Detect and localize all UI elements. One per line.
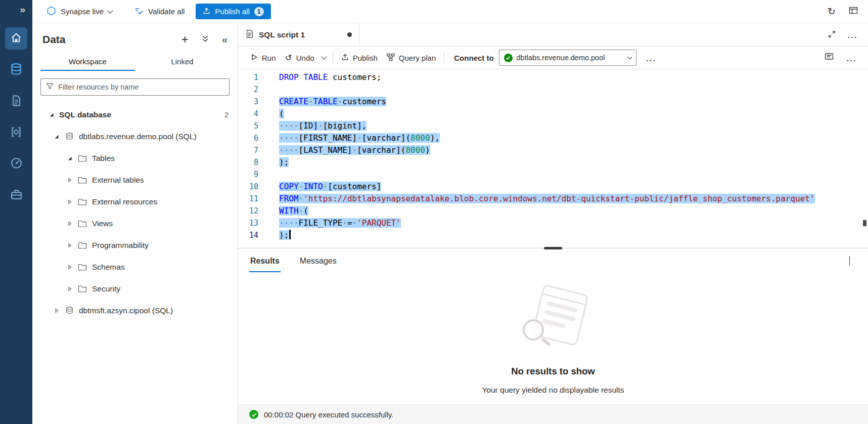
- line-number[interactable]: 14: [238, 229, 264, 241]
- view-settings-icon[interactable]: [825, 53, 834, 63]
- develop-hub-button[interactable]: [5, 90, 27, 112]
- table-properties-icon[interactable]: [849, 6, 858, 17]
- undo-button[interactable]: ↺ Undo: [281, 51, 319, 65]
- validate-all-button[interactable]: Validate all: [134, 7, 185, 17]
- play-icon: [251, 54, 258, 62]
- publish-all-label: Publish all: [215, 7, 249, 16]
- line-number[interactable]: 4: [238, 108, 264, 120]
- line-number[interactable]: 2: [238, 83, 264, 96]
- chevron-down-icon: [627, 54, 632, 59]
- tree-item[interactable]: SQL database2: [32, 104, 238, 125]
- upload-icon: [203, 7, 210, 16]
- code-lines[interactable]: DROP TABLE customers;CREATE·TABLE·custom…: [264, 69, 868, 248]
- workspace-mode-label: Synapse live: [61, 7, 104, 16]
- code-line[interactable]: );: [279, 229, 868, 241]
- tree-item-label: Tables: [92, 154, 115, 163]
- filter-resources-input[interactable]: [58, 83, 224, 91]
- expand-rail-icon[interactable]: »: [20, 3, 32, 18]
- editor-toolbar: Run ↺ Undo Publish Query plan: [238, 47, 868, 69]
- line-number[interactable]: 5: [238, 120, 264, 132]
- code-line[interactable]: ····[ID]·[bigint],: [279, 120, 868, 132]
- code-line[interactable]: DROP TABLE customers;: [279, 71, 868, 83]
- line-number[interactable]: 8: [238, 156, 264, 168]
- add-resource-button[interactable]: +: [181, 33, 189, 46]
- panel-resize-handle[interactable]: [544, 247, 562, 249]
- data-hub-button[interactable]: [5, 59, 27, 81]
- workspace-mode-selector[interactable]: Synapse live: [47, 6, 112, 17]
- line-number[interactable]: 12: [238, 205, 264, 217]
- expand-node-icon[interactable]: [66, 199, 74, 204]
- tree-item[interactable]: Programmability: [32, 234, 238, 256]
- work-area: SQL script 1 … Run ↺ Undo: [238, 23, 868, 424]
- line-number[interactable]: 1: [238, 71, 264, 83]
- expand-editor-icon[interactable]: [828, 30, 836, 39]
- code-line[interactable]: ····FILE_TYPE·=·'PARQUET': [279, 217, 868, 229]
- tree-item[interactable]: Schemas: [32, 256, 238, 278]
- undo-redo-dropdown[interactable]: [319, 54, 329, 62]
- code-line[interactable]: CREATE·TABLE·customers: [279, 96, 868, 108]
- tab-linked[interactable]: Linked: [135, 53, 230, 71]
- code-line[interactable]: FROM·'https://dbtlabsynapsedatalake.blob…: [279, 193, 868, 205]
- monitor-hub-button[interactable]: [5, 153, 27, 175]
- results-panel: Results Messages: [238, 248, 868, 404]
- line-number[interactable]: 6: [238, 132, 264, 144]
- line-number[interactable]: 10: [238, 181, 264, 193]
- line-number[interactable]: 7: [238, 144, 264, 156]
- tree-item[interactable]: Security: [32, 278, 238, 300]
- tree-item[interactable]: Tables: [32, 147, 238, 169]
- expand-node-icon[interactable]: [66, 221, 74, 226]
- publish-all-button[interactable]: Publish all 1: [196, 4, 270, 19]
- filter-resources-field[interactable]: [40, 78, 230, 96]
- collapse-node-icon[interactable]: [66, 156, 74, 161]
- tab-results[interactable]: Results: [249, 250, 281, 272]
- line-number[interactable]: 9: [238, 168, 264, 181]
- toolbar-more-icon[interactable]: …: [646, 56, 657, 60]
- expand-node-icon[interactable]: [66, 265, 74, 270]
- tree-item[interactable]: dbtmsft.azsyn.cipool (SQL): [32, 300, 238, 321]
- sql-code-editor[interactable]: 1234567891011121314 DROP TABLE customers…: [238, 69, 868, 248]
- toolbar-divider: [333, 52, 333, 63]
- home-hub-button[interactable]: [5, 27, 27, 50]
- more-options-icon[interactable]: …: [847, 32, 858, 36]
- line-number[interactable]: 11: [238, 193, 264, 205]
- expand-node-icon[interactable]: [66, 178, 74, 183]
- line-number[interactable]: 13: [238, 217, 264, 229]
- tab-sql-script-1[interactable]: SQL script 1: [238, 23, 359, 46]
- code-line[interactable]: ····[LAST_NAME]·[varchar](8000): [279, 144, 868, 156]
- code-line[interactable]: ····[FIRST_NAME]·[varchar](8000),: [279, 132, 868, 144]
- code-line[interactable]: COPY·INTO·[customers]: [279, 181, 868, 193]
- line-number[interactable]: 3: [238, 96, 264, 108]
- collapse-pane-icon[interactable]: «: [222, 34, 227, 45]
- empty-results-subtitle: Your query yielded no displayable result…: [482, 386, 624, 395]
- run-button[interactable]: Run: [246, 51, 281, 65]
- collapse-all-icon[interactable]: [202, 35, 209, 44]
- collapse-node-icon[interactable]: [48, 112, 56, 117]
- line-numbers[interactable]: 1234567891011121314: [238, 69, 264, 248]
- tab-workspace[interactable]: Workspace: [40, 53, 135, 71]
- tree-item[interactable]: External tables: [32, 169, 238, 191]
- explorer-tabs: Workspace Linked: [32, 53, 238, 71]
- integrate-hub-button[interactable]: [5, 121, 27, 144]
- query-plan-button[interactable]: Query plan: [382, 50, 440, 66]
- expand-node-icon[interactable]: [53, 308, 61, 313]
- pool-name: dbtlabs.revenue.demo.pool: [517, 54, 605, 62]
- collapse-results-button[interactable]: [849, 257, 857, 266]
- collapse-node-icon[interactable]: [53, 134, 61, 139]
- code-line[interactable]: WITH·(: [279, 205, 868, 217]
- toolbar-overflow-icon[interactable]: …: [846, 56, 857, 60]
- unsaved-indicator: [347, 32, 352, 37]
- tree-item[interactable]: dbtlabs.revenue.demo.pool (SQL): [32, 125, 238, 147]
- refresh-icon[interactable]: ↻: [828, 7, 836, 16]
- publish-button[interactable]: Publish: [337, 50, 382, 65]
- tree-item[interactable]: External resources: [32, 191, 238, 213]
- code-line[interactable]: [279, 168, 868, 181]
- manage-hub-button[interactable]: [5, 184, 27, 206]
- code-line[interactable]: [279, 83, 868, 96]
- code-line[interactable]: (: [279, 108, 868, 120]
- tab-messages[interactable]: Messages: [299, 250, 338, 272]
- expand-node-icon[interactable]: [66, 286, 74, 291]
- pool-selector-dropdown[interactable]: dbtlabs.revenue.demo.pool: [499, 50, 636, 66]
- tree-item[interactable]: Views: [32, 213, 238, 234]
- code-line[interactable]: );: [279, 156, 868, 168]
- expand-node-icon[interactable]: [66, 243, 74, 248]
